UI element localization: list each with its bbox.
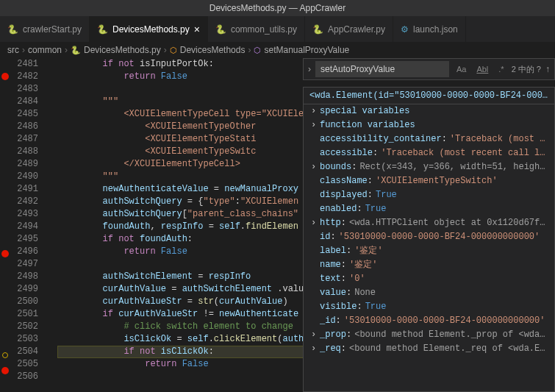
chevron-right-icon[interactable]: › xyxy=(311,119,320,132)
debug-value: 'Traceback (most … xyxy=(450,133,545,146)
debug-variable-row[interactable]: id: '53010000-0000-0000-BF24-00000000000… xyxy=(304,230,554,244)
line-number: 2483 xyxy=(10,83,38,96)
py-icon xyxy=(312,24,323,35)
debug-key: visible xyxy=(320,301,357,313)
chevron-right-icon[interactable]: › xyxy=(311,161,320,174)
breadcrumb-item[interactable]: DevicesMethods xyxy=(180,45,246,55)
chevron-right-icon xyxy=(311,259,320,271)
debug-variable-row[interactable]: visible: True xyxy=(304,300,554,314)
debug-variable-row[interactable]: accessibility_container: 'Traceback (mos… xyxy=(304,132,554,146)
chevron-right-icon xyxy=(311,189,320,202)
tab-crawlerStart-py[interactable]: crawlerStart.py xyxy=(0,16,90,42)
tab-label: launch.json xyxy=(413,24,458,35)
debug-value: <bound method Element._prop of <wda… xyxy=(354,329,545,341)
json-icon xyxy=(401,24,409,35)
chevron-right-icon xyxy=(311,287,320,299)
regex-icon[interactable]: .* xyxy=(495,63,506,75)
debug-key: accessible xyxy=(320,147,373,160)
tab-label: common_utils.py xyxy=(231,24,297,35)
breadcrumb-item[interactable]: setManualProxyValue xyxy=(264,45,349,55)
debug-hover-body[interactable]: ›special variables›function variablesacc… xyxy=(304,104,554,356)
line-number: 2491 xyxy=(10,183,38,196)
window-title: DevicesMethods.py — AppCrawler xyxy=(0,0,555,16)
debug-variable-row[interactable]: ›_prop: <bound method Element._prop of <… xyxy=(304,328,554,342)
line-number: 2494 xyxy=(10,221,38,233)
debug-key: _req xyxy=(320,343,341,355)
whole-word-icon[interactable]: Abl xyxy=(473,63,491,75)
debug-hover-header: <wda.Element(id="53010000-0000-0000-BF24… xyxy=(304,88,554,104)
breakpoint-outline-icon[interactable] xyxy=(2,352,8,358)
py-icon xyxy=(97,24,108,35)
breadcrumb-item[interactable]: DevicesMethods.py xyxy=(84,45,161,55)
tab-label: crawlerStart.py xyxy=(23,24,82,35)
chevron-right-icon[interactable]: › xyxy=(311,329,320,341)
debug-key: function variables xyxy=(320,119,415,132)
meth-icon xyxy=(254,45,261,55)
line-number: 2484 xyxy=(10,96,38,108)
debug-value: <wda.HTTPClient object at 0x1120d67f… xyxy=(349,217,545,229)
close-icon[interactable] xyxy=(194,24,200,35)
line-number: 2501 xyxy=(10,308,38,321)
debug-value: <bound method Element._req of <wda.E… xyxy=(349,343,545,355)
breakpoint-icon[interactable] xyxy=(1,73,9,80)
debug-key: _id xyxy=(320,315,336,327)
debug-variable-row[interactable]: label: '鉴定' xyxy=(304,244,554,258)
debug-variable-row[interactable]: className: 'XCUIElementTypeSwitch' xyxy=(304,174,554,188)
tab-launch-json[interactable]: launch.json xyxy=(393,16,466,42)
debug-key: accessibility_container xyxy=(320,133,442,146)
line-number: 2503 xyxy=(10,333,38,346)
debug-key: special variables xyxy=(320,105,409,118)
line-number: 2490 xyxy=(10,171,38,183)
search-input[interactable] xyxy=(315,61,449,77)
debug-variable-row[interactable]: value: None xyxy=(304,286,554,300)
debug-key: bounds xyxy=(320,161,351,174)
fold-gutter[interactable] xyxy=(46,58,57,392)
debug-variable-row[interactable]: text: '0' xyxy=(304,272,554,286)
search-results-count: 2 中的 ? xyxy=(512,64,541,75)
debug-key: http xyxy=(320,217,341,229)
debug-variable-row[interactable]: ›bounds: Rect(x=343, y=366, width=51, he… xyxy=(304,160,554,174)
sym-icon xyxy=(170,45,177,55)
line-number: 2487 xyxy=(10,133,38,146)
breadcrumb-item[interactable]: common xyxy=(28,45,62,55)
breakpoint-icon[interactable] xyxy=(1,367,9,374)
breadcrumb: src›common›DevicesMethods.py›DevicesMeth… xyxy=(0,42,555,58)
line-number: 2485 xyxy=(10,108,38,121)
tab-AppCrawler-py[interactable]: AppCrawler.py xyxy=(305,16,393,42)
breakpoint-gutter[interactable] xyxy=(0,58,10,392)
debug-value: True xyxy=(376,189,397,202)
tab-common_utils-py[interactable]: common_utils.py xyxy=(208,16,305,42)
chevron-right-icon xyxy=(311,315,320,327)
breadcrumb-item[interactable]: src xyxy=(7,45,19,55)
debug-variable-row[interactable]: name: '鉴定' xyxy=(304,258,554,272)
chevron-right-icon xyxy=(311,273,320,285)
py-icon xyxy=(7,24,18,35)
search-expand-icon[interactable]: › xyxy=(308,64,311,74)
debug-variable-row[interactable]: _id: '53010000-0000-0000-BF24-0000000000… xyxy=(304,314,554,328)
debug-variable-row[interactable]: accessible: 'Traceback (most recent call… xyxy=(304,146,554,160)
debug-value: None xyxy=(354,287,376,299)
prev-match-icon[interactable]: ↑ xyxy=(545,64,550,74)
debug-variable-row[interactable]: ›_req: <bound method Element._req of <wd… xyxy=(304,342,554,356)
debug-variable-row[interactable]: displayed: True xyxy=(304,188,554,202)
debug-variable-row[interactable]: ›http: <wda.HTTPClient object at 0x1120d… xyxy=(304,216,554,230)
debug-variable-row[interactable]: enabled: True xyxy=(304,202,554,216)
debug-value: True xyxy=(365,203,387,215)
chevron-right-icon[interactable]: › xyxy=(311,105,320,118)
line-number: 2497 xyxy=(10,258,38,271)
breakpoint-icon[interactable] xyxy=(1,250,9,257)
debug-key: enabled xyxy=(320,203,357,215)
chevron-right-icon[interactable]: › xyxy=(311,343,320,355)
match-case-icon[interactable]: Aa xyxy=(454,63,469,75)
chevron-right-icon: › xyxy=(65,45,68,55)
debug-variable-row[interactable]: ›special variables xyxy=(304,104,554,118)
debug-key: text xyxy=(320,273,341,285)
py-icon xyxy=(215,24,226,35)
chevron-right-icon[interactable]: › xyxy=(311,217,320,229)
debug-variable-row[interactable]: ›function variables xyxy=(304,118,554,132)
debug-key: value xyxy=(320,287,346,299)
debug-value: '53010000-0000-0000-BF24-000000000000' xyxy=(344,315,545,327)
debug-key: className xyxy=(320,175,368,188)
tab-DevicesMethods-py[interactable]: DevicesMethods.py xyxy=(90,16,208,42)
chevron-right-icon: › xyxy=(164,45,167,55)
